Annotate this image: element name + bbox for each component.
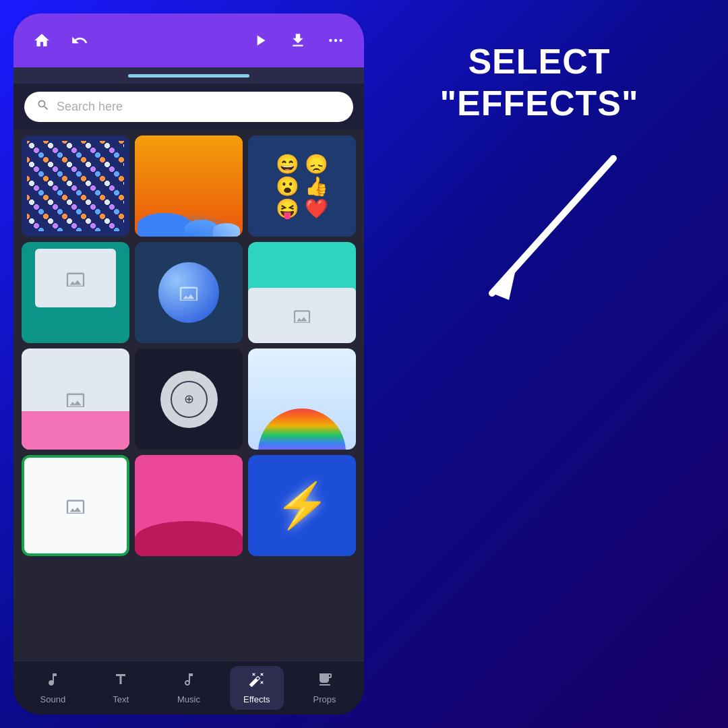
lightning-icon: ⚡ [275, 480, 330, 531]
instruction-text: SELECT "EFFECTS" [391, 40, 688, 125]
music-label: Music [177, 694, 200, 704]
content-grid-area: 😄 😞😮 👍😝 ❤️ [13, 130, 364, 661]
scroll-handle [128, 74, 249, 78]
lightning-bg: ⚡ [248, 455, 356, 556]
phone-mockup: Search here [13, 13, 364, 715]
props-label: Props [313, 694, 336, 704]
search-box[interactable]: Search here [24, 92, 353, 122]
grid-item-dark-circle[interactable]: ⊕ [135, 348, 243, 450]
top-bar [13, 13, 364, 67]
grid-item-teal[interactable] [22, 242, 129, 343]
home-button[interactable] [30, 28, 54, 53]
bottom-navigation: Sound Text Music [13, 661, 364, 715]
sound-label: Sound [40, 694, 66, 704]
grid-item-dots[interactable] [22, 135, 129, 237]
grid-item-emoji[interactable]: 😄 😞😮 👍😝 ❤️ [248, 135, 356, 237]
search-placeholder: Search here [57, 100, 123, 114]
sound-icon [44, 671, 61, 692]
target-circle: ⊕ [160, 371, 218, 428]
download-button[interactable] [286, 28, 310, 53]
pink-accent [22, 411, 129, 450]
grid-item-gray-pink[interactable] [22, 348, 129, 450]
effects-icon [249, 671, 265, 692]
scroll-handle-bar [13, 67, 364, 84]
search-area: Search here [13, 84, 364, 130]
top-bar-right [248, 28, 348, 53]
music-icon [181, 671, 197, 692]
nav-props[interactable]: Props [298, 666, 352, 710]
play-button[interactable] [248, 28, 272, 53]
mint-placeholder [248, 288, 356, 344]
grid-item-orange[interactable] [135, 135, 243, 237]
svg-point-0 [329, 39, 332, 42]
annotation-area: SELECT "EFFECTS" [364, 13, 715, 354]
grid-item-circle[interactable] [135, 242, 243, 343]
circle-visual [158, 262, 219, 323]
props-icon [317, 671, 333, 692]
svg-line-3 [492, 158, 613, 293]
nav-effects[interactable]: Effects [230, 666, 284, 710]
teal-placeholder [35, 249, 116, 307]
grid-item-rainbow[interactable] [248, 348, 356, 450]
svg-point-1 [334, 39, 337, 42]
arrow-svg [438, 138, 640, 327]
grid-item-green-framed[interactable] [22, 455, 129, 556]
emoji-display: 😄 😞😮 👍😝 ❤️ [269, 146, 335, 226]
arrow-container [438, 138, 640, 327]
search-icon [36, 98, 50, 115]
nav-text[interactable]: Text [94, 666, 148, 710]
grid-item-lightning[interactable]: ⚡ [248, 455, 356, 556]
text-icon [113, 671, 129, 692]
more-button[interactable] [324, 28, 348, 53]
grid-item-pink-solid[interactable] [135, 455, 243, 556]
top-bar-left [30, 28, 92, 53]
undo-button[interactable] [67, 28, 92, 53]
nav-music[interactable]: Music [162, 666, 216, 710]
template-grid: 😄 😞😮 👍😝 ❤️ [22, 135, 356, 556]
grid-item-mint[interactable] [248, 242, 356, 343]
text-label: Text [113, 694, 129, 704]
pink-wave [135, 521, 243, 557]
effects-label: Effects [243, 694, 270, 704]
nav-sound[interactable]: Sound [26, 666, 80, 710]
rainbow-arc [258, 408, 346, 450]
svg-point-2 [339, 39, 342, 42]
